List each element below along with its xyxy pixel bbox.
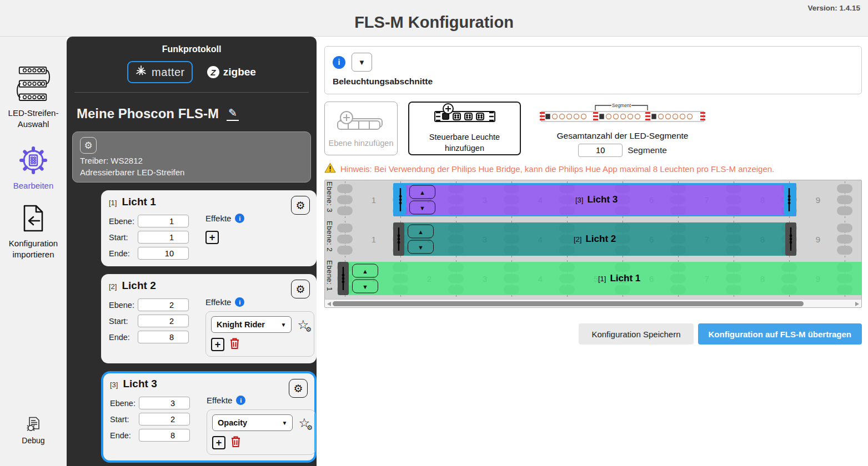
move-up-button[interactable]: ▲ — [352, 264, 378, 278]
sidebar-item-led-streifen-auswahl[interactable]: LED-Streifen-Auswahl — [0, 65, 67, 130]
effekte-label: Effekte — [205, 214, 231, 223]
ende-input[interactable] — [139, 429, 190, 442]
driver-card[interactable]: ⚙ Treiber: WS2812 Adressierbarer LED-Str… — [72, 131, 311, 183]
matter-protocol-button[interactable]: matter — [127, 61, 193, 83]
light-bar-index: [1] — [598, 275, 606, 283]
sidebar-item-bearbeiten[interactable]: Bearbeiten — [13, 146, 54, 191]
effekte-info-icon[interactable]: i — [235, 214, 244, 223]
app-window: FLS-M Konfiguration Version: 1.4.15 — [0, 0, 868, 466]
light-bar-label: [2]Licht 2 — [574, 234, 616, 245]
effect-settings-icon[interactable]: ☆ ⚙ — [298, 417, 310, 429]
move-down-button[interactable]: ▼ — [409, 201, 435, 215]
add-ebene-button[interactable]: Ebene hinzufügen — [324, 102, 398, 155]
driver-settings-icon[interactable]: ⚙ — [80, 137, 97, 154]
delete-effect-icon[interactable] — [229, 337, 240, 352]
top-header: FLS-M Konfiguration Version: 1.4.15 — [0, 0, 868, 37]
led-dot — [337, 246, 353, 255]
add-leuchte-button[interactable]: Steuerbare Leuchte hinzufügen — [408, 102, 521, 155]
move-up-button[interactable]: ▲ — [408, 225, 434, 239]
protocol-selector: matter Z zigbee — [72, 61, 311, 83]
effekte-info-icon[interactable]: i — [236, 396, 245, 405]
light-settings-button[interactable]: ⚙ — [291, 196, 310, 215]
total-segments-input[interactable] — [578, 144, 623, 157]
funkprotokoll-heading: Funkprotokoll — [72, 44, 311, 54]
ende-input[interactable] — [138, 247, 189, 260]
gear-chip-icon — [19, 146, 48, 177]
scrollbar-thumb[interactable] — [333, 301, 804, 306]
light-bar[interactable]: ▲▼[2]Licht 2 — [393, 222, 796, 256]
ebene-input[interactable] — [139, 397, 190, 409]
effect-settings-icon[interactable]: ☆ ⚙ — [297, 318, 309, 331]
light-settings-button[interactable]: ⚙ — [291, 280, 310, 298]
device-config-panel: Funkprotokoll matter Z zigbee — [67, 37, 317, 466]
import-file-icon — [21, 205, 46, 235]
gear-icon: ⚙ — [305, 326, 312, 333]
delete-effect-icon[interactable] — [230, 435, 241, 450]
led-dot — [837, 206, 852, 215]
zigbee-protocol-button[interactable]: Z zigbee — [207, 66, 256, 78]
scroll-left-arrow[interactable] — [327, 302, 331, 306]
light-bar[interactable]: ▲▼[3]Licht 3 — [393, 183, 796, 216]
move-buttons: ▲▼ — [408, 225, 434, 254]
horizontal-scrollbar[interactable] — [325, 299, 861, 307]
sidebar-item-label: Konfiguration importieren — [0, 238, 67, 261]
light-name: Licht 2 — [122, 280, 155, 292]
move-up-button[interactable]: ▲ — [409, 185, 435, 199]
warning-text: Hinweis: Bei Verwendung der Philips Hue … — [340, 164, 774, 174]
led-strip-select-icon — [16, 65, 51, 104]
add-effect-button[interactable]: + — [205, 231, 219, 244]
strip-row: 123456789▲▼[1]Licht 1Ebene: 1 — [325, 260, 861, 297]
start-label: Start: — [109, 233, 138, 242]
matter-label: matter — [152, 66, 185, 79]
strip-row: 12346789▲▼[3]Licht 3Ebene: 3 — [325, 181, 861, 218]
effekte-label: Effekte — [207, 396, 232, 405]
ende-label: Ende: — [109, 249, 138, 258]
effekte-info-icon[interactable]: i — [235, 297, 244, 307]
light-bar-name: Licht 3 — [587, 194, 618, 205]
drag-handle-right[interactable] — [785, 222, 796, 256]
effect-box: Knight Rider ▼ ☆ ⚙ + — [205, 311, 314, 357]
ebene-label: Ebene: — [109, 301, 138, 310]
led-strip-illustration: Segment — [539, 102, 706, 129]
segments-unit-label: Segmente — [628, 145, 667, 155]
light-settings-button[interactable]: ⚙ — [289, 379, 308, 398]
move-down-button[interactable]: ▼ — [408, 240, 434, 254]
ebene-input[interactable] — [138, 215, 189, 227]
light-index: [2] — [109, 282, 117, 291]
scroll-right-arrow[interactable] — [855, 302, 859, 306]
save-configuration-button[interactable]: Konfiguration Speichern — [579, 323, 693, 345]
effect-select[interactable]: Knight Rider ▼ — [211, 316, 292, 333]
edit-name-icon[interactable]: ✎ — [227, 107, 239, 121]
led-dot — [337, 224, 353, 232]
segment-number: 1 — [367, 195, 380, 205]
effect-select[interactable]: Opacity ▼ — [212, 414, 293, 431]
sidebar-item-konfiguration-importieren[interactable]: Konfiguration importieren — [0, 205, 67, 261]
version-label: Version: 1.4.15 — [807, 4, 860, 12]
page-title: FLS-M Konfiguration — [0, 0, 868, 32]
add-effect-button[interactable]: + — [212, 436, 225, 449]
led-dot — [837, 246, 852, 255]
drag-handle-left[interactable] — [393, 222, 404, 256]
gear-icon: ⚙ — [307, 424, 313, 431]
start-input[interactable] — [138, 315, 189, 327]
add-effect-button[interactable]: + — [211, 338, 224, 351]
move-down-button[interactable]: ▼ — [352, 280, 378, 293]
light-bar[interactable]: ▲▼[1]Licht 1 — [338, 262, 861, 295]
segment-number: 1 — [367, 235, 380, 244]
transfer-configuration-button[interactable]: Konfiguration auf FLS-M übertragen — [698, 323, 862, 345]
sections-info-icon[interactable]: i — [333, 56, 345, 69]
ebene-input[interactable] — [138, 298, 189, 311]
move-buttons: ▲▼ — [352, 264, 378, 293]
ende-input[interactable] — [138, 331, 189, 343]
led-dot — [337, 235, 353, 244]
start-input[interactable] — [139, 413, 190, 426]
ende-label: Ende: — [110, 431, 139, 440]
start-input[interactable] — [138, 231, 189, 244]
warning-icon — [324, 163, 336, 175]
sidebar-item-debug[interactable]: Debug — [22, 417, 44, 446]
drag-handle-left[interactable] — [338, 262, 349, 295]
drag-handle-left[interactable] — [395, 185, 406, 215]
start-label: Start: — [109, 317, 138, 326]
drag-handle-right[interactable] — [784, 185, 795, 215]
collapse-button[interactable]: ▼ — [352, 53, 372, 72]
